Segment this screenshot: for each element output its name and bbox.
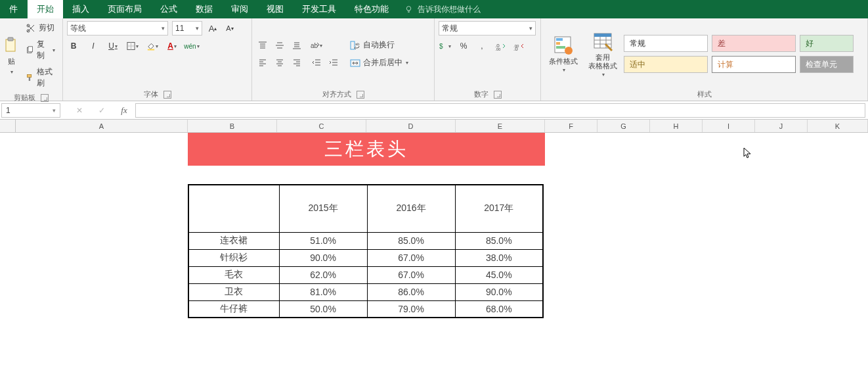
table-cell[interactable]: 86.0% [367,283,455,300]
italic-button[interactable]: I [87,39,100,53]
table-cell[interactable]: 针织衫 [188,249,279,266]
table-header[interactable]: 2015年 [279,185,367,232]
increase-indent-button[interactable] [327,56,340,69]
align-left-button[interactable] [256,56,269,69]
font-name-combo[interactable]: 等线▾ [67,21,168,36]
worksheet[interactable]: A B C D E F G H I J K 三栏表头 2015年 2016年 2… [0,120,868,380]
align-top-button[interactable] [256,39,269,52]
table-cell[interactable]: 81.0% [279,283,367,300]
col-header[interactable]: J [755,120,808,132]
table-cell[interactable]: 67.0% [367,249,455,266]
style-check[interactable]: 检查单元 [800,56,854,73]
formula-input[interactable] [135,103,865,118]
table-cell[interactable]: 90.0% [455,283,543,300]
table-cell[interactable]: 62.0% [279,266,367,283]
table-header[interactable]: 2016年 [367,185,455,232]
tab-view[interactable]: 视图 [257,0,293,18]
fill-color-button[interactable]: ▾ [146,39,159,53]
decrease-font-button[interactable]: A▾ [223,22,236,35]
table-header[interactable] [188,185,279,232]
align-right-button[interactable] [290,56,303,69]
table-cell[interactable]: 卫衣 [188,283,279,300]
increase-font-button[interactable]: A▴ [206,22,219,35]
percent-button[interactable]: % [457,39,470,53]
font-size-combo[interactable]: 11▾ [172,21,202,36]
align-center-button[interactable] [273,56,286,69]
decrease-decimal-button[interactable]: .00.0 [512,39,525,53]
col-header[interactable]: I [703,120,755,132]
table-cell[interactable]: 牛仔裤 [188,300,279,318]
tell-me-search[interactable]: 告诉我你想做什么 [403,0,481,18]
tab-page-layout[interactable]: 页面布局 [98,0,151,18]
increase-decimal-button[interactable]: .0.00 [494,39,507,53]
table-cell[interactable]: 90.0% [279,249,367,266]
cell-styles-gallery[interactable]: 常规 差 好 适中 计算 检查单元 [624,35,854,73]
table-cell[interactable]: 79.0% [367,300,455,318]
tab-home[interactable]: 开始 [28,0,63,18]
underline-button[interactable]: U▾ [106,39,119,53]
insert-function-button[interactable]: fx [113,103,135,118]
conditional-formatting-button[interactable]: 条件格式▾ [545,34,582,74]
phonetic-button[interactable]: wén▾ [185,39,198,53]
comma-button[interactable]: , [475,39,488,53]
accounting-format-button[interactable]: $▾ [439,39,452,53]
tab-insert[interactable]: 插入 [63,0,98,18]
tab-review[interactable]: 审阅 [222,0,257,18]
style-good[interactable]: 好 [800,35,854,52]
style-bad[interactable]: 差 [712,35,796,52]
copy-button[interactable]: 复制▾ [22,37,58,62]
style-neutral[interactable]: 适中 [624,56,708,73]
confirm-edit-button[interactable]: ✓ [91,103,113,118]
orientation-button[interactable]: ab▾ [310,39,323,52]
data-table[interactable]: 2015年 2016年 2017年 连衣裙 51.0% 85.0% 85.0% … [188,184,544,318]
name-box[interactable]: 1▾ [1,103,60,118]
col-header[interactable]: C [277,120,366,132]
tab-file[interactable]: 件 [0,0,28,18]
table-cell[interactable]: 85.0% [367,232,455,249]
decrease-indent-button[interactable] [310,56,323,69]
tab-data[interactable]: 数据 [186,0,222,18]
col-header[interactable]: K [808,120,868,132]
cells-canvas[interactable]: 三栏表头 2015年 2016年 2017年 连衣裙 51.0% 85.0% 8… [16,133,868,380]
align-bottom-button[interactable] [290,39,303,52]
dialog-launcher-icon[interactable] [163,91,171,99]
border-button[interactable]: ▾ [126,39,139,53]
table-cell[interactable]: 38.0% [455,249,543,266]
format-as-table-button[interactable]: 套用表格格式▾ [584,30,621,79]
style-normal[interactable]: 常规 [624,35,708,52]
sheet-title-cell[interactable]: 三栏表头 [188,133,545,166]
table-cell[interactable]: 连衣裙 [188,232,279,249]
number-format-combo[interactable]: 常规▾ [439,21,536,36]
col-header[interactable]: D [366,120,456,132]
bold-button[interactable]: B [67,39,80,53]
table-cell[interactable]: 67.0% [367,266,455,283]
col-header[interactable]: B [188,120,277,132]
table-header[interactable]: 2017年 [455,185,543,232]
merge-center-button[interactable]: 合并后居中▾ [347,56,412,70]
cut-button[interactable]: 剪切 [22,21,58,35]
col-header[interactable]: A [16,120,188,132]
tab-formulas[interactable]: 公式 [151,0,186,18]
table-cell[interactable]: 51.0% [279,232,367,249]
tab-features[interactable]: 特色功能 [345,0,398,18]
table-cell[interactable]: 68.0% [455,300,543,318]
cancel-edit-button[interactable]: ✕ [68,103,91,118]
table-cell[interactable]: 45.0% [455,266,543,283]
font-color-button[interactable]: A▾ [165,39,179,53]
table-cell[interactable]: 85.0% [455,232,543,249]
dialog-launcher-icon[interactable] [41,94,49,102]
paste-icon[interactable] [4,37,18,54]
tab-developer[interactable]: 开发工具 [293,0,345,18]
dialog-launcher-icon[interactable] [494,91,502,99]
table-cell[interactable]: 50.0% [279,300,367,318]
wrap-text-button[interactable]: ab 自动换行 [347,38,412,52]
chevron-down-icon[interactable]: ▾ [11,69,13,75]
align-middle-button[interactable] [273,39,286,52]
format-painter-button[interactable]: 格式刷 [22,65,58,90]
col-header[interactable]: F [545,120,597,132]
table-cell[interactable]: 毛衣 [188,266,279,283]
dialog-launcher-icon[interactable] [357,91,364,99]
style-calc[interactable]: 计算 [712,56,796,73]
col-header[interactable]: G [597,120,650,132]
col-header[interactable]: E [456,120,545,132]
